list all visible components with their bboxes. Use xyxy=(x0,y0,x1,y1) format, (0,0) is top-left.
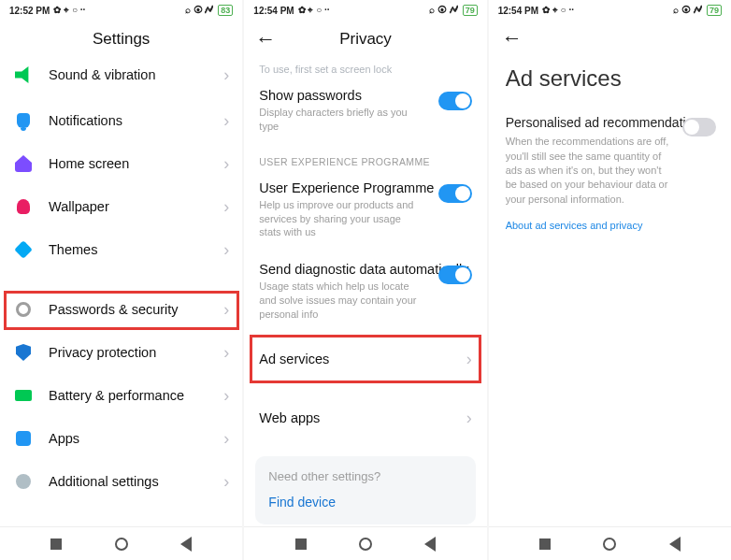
battery-icon xyxy=(13,385,34,406)
status-right-icons: ⌕ ⦿ 🗲 xyxy=(429,6,459,15)
item-themes[interactable]: Themes › xyxy=(0,228,242,271)
nav-recents[interactable] xyxy=(293,536,309,553)
setting-show-passwords[interactable]: Show passwords Display characters briefl… xyxy=(244,79,486,147)
header-bar: ← xyxy=(489,21,731,52)
status-time: 12:54 PM xyxy=(498,6,538,16)
chevron-right-icon: › xyxy=(223,343,229,363)
item-additional[interactable]: Additional settings › xyxy=(0,460,242,503)
item-notifications[interactable]: Notifications › xyxy=(0,99,242,142)
item-battery[interactable]: Battery & performance › xyxy=(0,374,242,417)
toggle-diagnostic[interactable] xyxy=(438,266,472,284)
setting-personalised-ads[interactable]: Personalised ad recommendations When the… xyxy=(489,97,731,207)
lock-hint: To use, first set a screen lock xyxy=(244,58,486,79)
item-apps[interactable]: Apps › xyxy=(0,417,242,460)
setting-diagnostic[interactable]: Send diagnostic data automatically Usage… xyxy=(244,252,486,335)
chevron-right-icon: › xyxy=(223,197,229,217)
chevron-right-icon: › xyxy=(223,111,229,131)
status-time: 12:54 PM xyxy=(253,6,294,16)
status-bar: 12:54 PM ✿ ⌖ ○ ·· ⌕ ⦿ 🗲 79 xyxy=(244,0,486,21)
chevron-right-icon: › xyxy=(223,472,229,492)
status-right-icons: ⌕ ⦿ 🗲 xyxy=(185,6,215,15)
chevron-right-icon: › xyxy=(466,409,472,428)
card-question: Need other settings? xyxy=(268,469,462,483)
toggle-show-passwords[interactable] xyxy=(438,92,472,110)
phone-ad-services: 12:54 PM ✿ ⌖ ○ ·· ⌕ ⦿ 🗲 79 ← Ad services… xyxy=(489,0,731,560)
page-header: ← Privacy xyxy=(244,21,486,58)
wallpaper-icon xyxy=(13,196,34,217)
status-left-icons: ✿ ⌖ ○ ·· xyxy=(53,6,85,15)
nav-recents[interactable] xyxy=(537,536,553,553)
shield-icon xyxy=(13,342,34,363)
nav-bar xyxy=(489,526,731,560)
chevron-right-icon: › xyxy=(223,240,229,260)
phone-privacy: 12:54 PM ✿ ⌖ ○ ·· ⌕ ⦿ 🗲 79 ← Privacy To … xyxy=(244,0,486,560)
speaker-icon xyxy=(13,65,34,85)
status-time: 12:52 PM xyxy=(9,6,50,16)
back-button[interactable]: ← xyxy=(255,27,276,51)
chevron-right-icon: › xyxy=(223,300,229,320)
other-settings-card: Need other settings? Find device xyxy=(255,456,475,524)
nav-back[interactable] xyxy=(178,536,194,553)
settings-list[interactable]: Sound & vibration › Notifications › Home… xyxy=(0,58,242,526)
status-bar: 12:54 PM ✿ ⌖ ○ ·· ⌕ ⦿ 🗲 79 xyxy=(489,0,731,21)
status-left-icons: ✿ ⌖ ○ ·· xyxy=(298,6,330,15)
themes-icon xyxy=(13,239,34,260)
item-wellbeing[interactable]: Digital Wellbeing & parental controls › xyxy=(0,520,242,526)
chevron-right-icon: › xyxy=(466,350,472,369)
find-device-link[interactable]: Find device xyxy=(268,495,462,510)
about-ad-services-link[interactable]: About ad services and privacy xyxy=(489,207,731,244)
toggle-uep[interactable] xyxy=(438,184,472,203)
setting-uep[interactable]: User Experience Programme Help us improv… xyxy=(244,171,486,253)
nav-home[interactable] xyxy=(113,536,130,553)
page-title: Privacy xyxy=(339,30,392,49)
home-icon xyxy=(13,153,34,174)
nav-back[interactable] xyxy=(422,536,438,553)
phone-settings: 12:52 PM ✿ ⌖ ○ ·· ⌕ ⦿ 🗲 83 Settings Soun… xyxy=(0,0,242,560)
nav-bar xyxy=(0,526,242,560)
chevron-right-icon: › xyxy=(223,386,229,406)
key-icon xyxy=(13,299,34,320)
item-wallpaper[interactable]: Wallpaper › xyxy=(0,185,242,228)
status-bar: 12:52 PM ✿ ⌖ ○ ·· ⌕ ⦿ 🗲 83 xyxy=(0,0,242,21)
item-homescreen[interactable]: Home screen › xyxy=(0,142,242,185)
page-title: Ad services xyxy=(489,52,731,97)
nav-back[interactable] xyxy=(666,536,683,553)
chevron-right-icon: › xyxy=(223,65,229,85)
row-web-apps[interactable]: Web apps › xyxy=(244,394,486,443)
item-privacy[interactable]: Privacy protection › xyxy=(0,331,242,374)
row-ad-services[interactable]: Ad services › xyxy=(244,335,486,384)
chevron-right-icon: › xyxy=(223,154,229,174)
nav-recents[interactable] xyxy=(48,536,64,553)
bell-icon xyxy=(13,110,34,131)
more-icon xyxy=(13,471,34,492)
chevron-right-icon: › xyxy=(223,429,229,449)
status-left-icons: ✿ ⌖ ○ ·· xyxy=(542,6,574,15)
ad-services-content: Ad services Personalised ad recommendati… xyxy=(489,52,731,526)
item-passwords[interactable]: Passwords & security › xyxy=(0,288,242,331)
battery-indicator: 83 xyxy=(218,5,233,16)
status-right-icons: ⌕ ⦿ 🗲 xyxy=(673,6,703,15)
battery-indicator: 79 xyxy=(463,5,478,16)
nav-home[interactable] xyxy=(601,536,618,553)
battery-indicator: 79 xyxy=(707,5,722,16)
section-header-uep: USER EXPERIENCE PROGRAMME xyxy=(244,147,486,171)
privacy-content[interactable]: To use, first set a screen lock Show pas… xyxy=(244,58,486,526)
nav-home[interactable] xyxy=(357,536,374,553)
page-title: Settings xyxy=(0,21,242,58)
item-sound[interactable]: Sound & vibration › xyxy=(0,58,242,99)
back-button[interactable]: ← xyxy=(502,26,523,50)
apps-icon xyxy=(13,428,34,449)
nav-bar xyxy=(244,526,486,560)
toggle-personalised-ads[interactable] xyxy=(682,118,716,136)
